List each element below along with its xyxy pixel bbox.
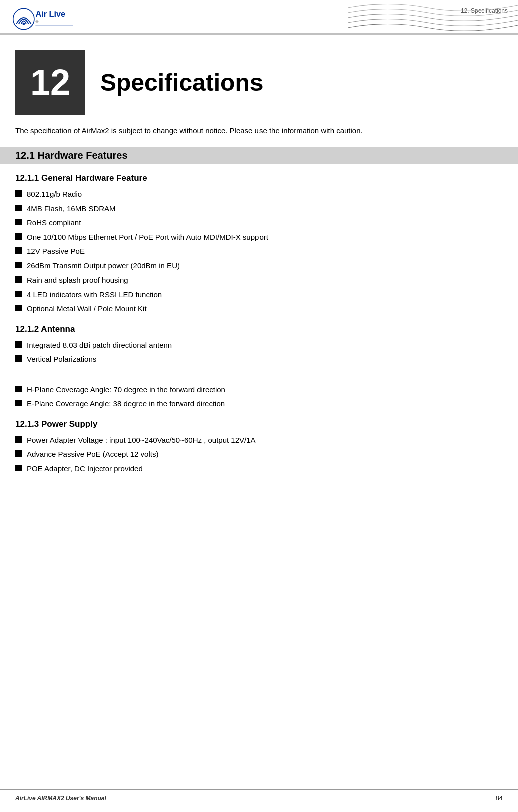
list-item-text: H-Plane Coverage Angle: 70 degree in the… [27, 384, 225, 396]
list-item: 802.11g/b Radio [15, 187, 503, 202]
bullet-icon [15, 276, 22, 283]
list-item-text: 802.11g/b Radio [27, 189, 82, 200]
list-item: POE Adapter, DC Injector provided [15, 462, 503, 476]
logo-area: Air Live ® [10, 5, 75, 30]
bullet-icon [15, 386, 22, 392]
chapter-number: 12 [15, 50, 85, 115]
airlive-logo: Air Live ® [10, 5, 75, 30]
subsection-general-heading: 12.1.1 General Hardware Feature [0, 169, 518, 185]
bullet-icon [15, 190, 22, 197]
svg-text:Air Live: Air Live [35, 9, 65, 18]
list-item-text: 4 LED indicators with RSSI LED function [27, 289, 162, 301]
footer-brand: AirLive AIRMAX2 User's Manual [15, 795, 106, 802]
list-item: Advance Passive PoE (Accept 12 volts) [15, 447, 503, 462]
list-item-text: Advance Passive PoE (Accept 12 volts) [27, 449, 158, 460]
svg-point-1 [22, 23, 25, 25]
list-item: Integrated 8.03 dBi patch directional an… [15, 338, 503, 353]
list-item: Power Adapter Voltage : input 100~240Vac… [15, 433, 503, 448]
decorative-waves [348, 0, 518, 35]
list-item-text: POE Adapter, DC Injector provided [27, 463, 143, 475]
bullet-icon [15, 341, 22, 348]
bullet-icon [15, 262, 22, 268]
list-item: E-Plane Coverage Angle: 38 degree in the… [15, 397, 503, 411]
list-item-text: Optional Metal Wall / Pole Mount Kit [27, 303, 147, 315]
list-item-text: Rain and splash proof housing [27, 275, 128, 286]
bullet-icon [15, 247, 22, 254]
list-item: One 10/100 Mbps Ethernet Port / PoE Port… [15, 230, 503, 245]
bullet-icon [15, 436, 22, 443]
power-features-list: Power Adapter Voltage : input 100~240Vac… [15, 433, 503, 476]
subsection-power-heading: 12.1.3 Power Supply [0, 415, 518, 431]
bullet-icon [15, 305, 22, 311]
list-item-text: 12V Passive PoE [27, 246, 85, 257]
list-item: 26dBm Transmit Output power (20dBm in EU… [15, 259, 503, 274]
list-item-text: Power Adapter Voltage : input 100~240Vac… [27, 435, 256, 446]
chapter-title: Specifications [100, 69, 263, 96]
list-item-text: E-Plane Coverage Angle: 38 degree in the… [27, 398, 225, 410]
list-item: 4 LED indicators with RSSI LED function [15, 288, 503, 302]
general-features-list: 802.11g/b Radio4MB Flash, 16MB SDRAMRoHS… [15, 187, 503, 316]
list-item: Optional Metal Wall / Pole Mount Kit [15, 302, 503, 316]
bullet-icon [15, 219, 22, 225]
list-item: 12V Passive PoE [15, 244, 503, 259]
list-item-text: 26dBm Transmit Output power (20dBm in EU… [27, 260, 180, 272]
list-item-text: 4MB Flash, 16MB SDRAM [27, 203, 116, 215]
list-item-text: Vertical Polarizations [27, 354, 96, 365]
bullet-icon [15, 233, 22, 240]
list-item: Rain and splash proof housing [15, 273, 503, 288]
coverage-features-list: H-Plane Coverage Angle: 70 degree in the… [15, 383, 503, 411]
subsection-antenna-heading: 12.1.2 Antenna [0, 320, 518, 336]
bullet-icon [15, 355, 22, 362]
list-item: H-Plane Coverage Angle: 70 degree in the… [15, 383, 503, 397]
intro-paragraph: The specification of AirMax2 is subject … [15, 125, 503, 137]
bullet-icon [15, 291, 22, 297]
list-item: 4MB Flash, 16MB SDRAM [15, 202, 503, 216]
bullet-icon [15, 400, 22, 406]
section-hardware-heading: 12.1 Hardware Features [0, 147, 518, 164]
list-item-text: One 10/100 Mbps Ethernet Port / PoE Port… [27, 232, 268, 243]
bullet-icon [15, 450, 22, 457]
bullet-icon [15, 205, 22, 211]
chapter-block: 12 Specifications [15, 50, 503, 115]
list-item: Vertical Polarizations [15, 352, 503, 367]
svg-text:®: ® [35, 20, 38, 24]
list-item: RoHS compliant [15, 216, 503, 230]
bullet-icon [15, 465, 22, 471]
footer-page: 84 [496, 794, 503, 802]
page-footer: AirLive AIRMAX2 User's Manual 84 [0, 789, 518, 802]
antenna-features-list: Integrated 8.03 dBi patch directional an… [15, 338, 503, 367]
list-item-text: Integrated 8.03 dBi patch directional an… [27, 340, 172, 351]
list-item-text: RoHS compliant [27, 217, 81, 229]
